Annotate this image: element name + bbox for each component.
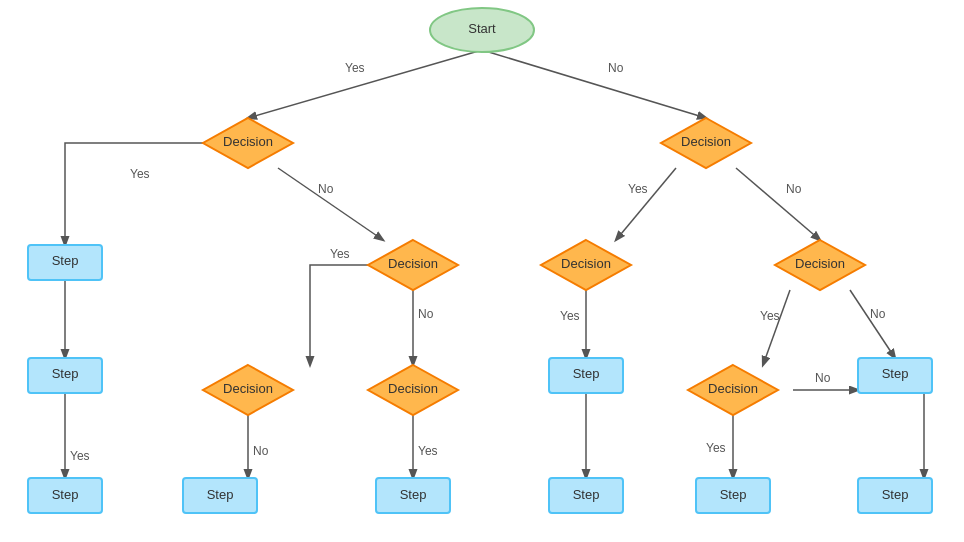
step-2-label: Step bbox=[52, 366, 79, 381]
step-4-label: Step bbox=[882, 366, 909, 381]
svg-line-4 bbox=[736, 168, 820, 240]
edge-label-d1-step1: Yes bbox=[130, 167, 150, 181]
edge-label-d1-d3: No bbox=[318, 182, 334, 196]
decision-4-label: Decision bbox=[561, 256, 611, 271]
step-5-label: Step bbox=[52, 487, 79, 502]
step-3-label: Step bbox=[573, 366, 600, 381]
edge-label-d2-d4: Yes bbox=[628, 182, 648, 196]
edge-label-d7-step7: Yes bbox=[418, 444, 438, 458]
edge-label-d3-d6-yes: Yes bbox=[330, 247, 350, 261]
decision-2-label: Decision bbox=[681, 134, 731, 149]
edge-label-d6-step6: No bbox=[253, 444, 269, 458]
edge-label-d8-step9: Yes bbox=[706, 441, 726, 455]
step-9-label: Step bbox=[720, 487, 747, 502]
svg-line-2 bbox=[278, 168, 383, 240]
decision-7-label: Decision bbox=[388, 381, 438, 396]
edge-label-start-d2: No bbox=[608, 61, 624, 75]
svg-line-0 bbox=[248, 50, 482, 118]
step-8-label: Step bbox=[573, 487, 600, 502]
edge-label-d5-d8-yes: Yes bbox=[760, 309, 780, 323]
start-label: Start bbox=[468, 21, 496, 36]
svg-line-12 bbox=[850, 290, 895, 358]
svg-line-3 bbox=[616, 168, 676, 240]
step-6-label: Step bbox=[207, 487, 234, 502]
step-10-label: Step bbox=[882, 487, 909, 502]
decision-6-label: Decision bbox=[223, 381, 273, 396]
step-7-label: Step bbox=[400, 487, 427, 502]
svg-line-11 bbox=[763, 290, 790, 365]
edge-label-d8-step4-no: No bbox=[815, 371, 831, 385]
decision-1-label: Decision bbox=[223, 134, 273, 149]
decision-8-label: Decision bbox=[708, 381, 758, 396]
svg-line-1 bbox=[482, 50, 706, 118]
edge-label-d3-d7: No bbox=[418, 307, 434, 321]
edge-label-start-d1: Yes bbox=[345, 61, 365, 75]
flowchart-diagram: Yes No Yes No Yes No Yes Yes No No Yes Y… bbox=[0, 0, 964, 542]
decision-3-label: Decision bbox=[388, 256, 438, 271]
edge-label-d5-step4: No bbox=[870, 307, 886, 321]
step-1-label: Step bbox=[52, 253, 79, 268]
edge-label-step2-step5: Yes bbox=[70, 449, 90, 463]
edge-label-d4-step3: Yes bbox=[560, 309, 580, 323]
decision-5-label: Decision bbox=[795, 256, 845, 271]
edge-label-d2-d5: No bbox=[786, 182, 802, 196]
